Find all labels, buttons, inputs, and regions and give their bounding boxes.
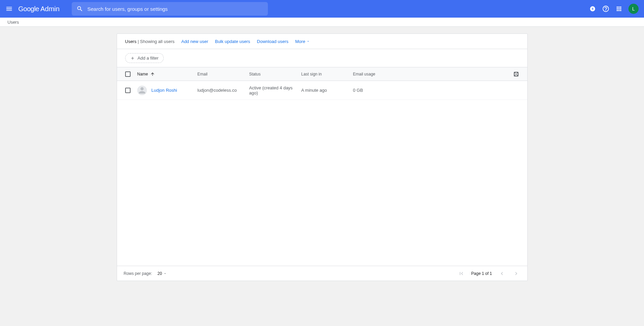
search-container[interactable]	[72, 2, 268, 16]
breadcrumb-bar: Users	[0, 18, 644, 27]
plus-icon	[130, 56, 135, 61]
header-gear-col	[511, 71, 519, 77]
status-header-label: Status	[249, 72, 261, 77]
action-title-group: Users | Showing all users	[125, 39, 175, 44]
user-status: Active (created 4 days ago)	[249, 85, 293, 95]
app-header: Google Admin 8 L	[0, 0, 644, 18]
action-bar: Users | Showing all users Add new user B…	[117, 34, 527, 49]
user-lastsignin: A minute ago	[301, 88, 327, 93]
user-avatar[interactable]: L	[628, 4, 639, 14]
help-icon[interactable]	[602, 5, 610, 13]
header-checkbox-col	[125, 71, 137, 77]
sort-ascending-icon	[150, 72, 155, 77]
first-page-button[interactable]	[457, 269, 466, 278]
user-profile-avatar	[137, 86, 147, 95]
more-dropdown[interactable]: More	[295, 39, 310, 44]
email-header-label: Email	[198, 72, 208, 77]
notification-icon[interactable]: 8	[589, 5, 596, 12]
header-emailusage-col[interactable]: Email usage	[353, 72, 511, 77]
rows-per-page-label: Rows per page:	[124, 271, 152, 276]
prev-page-button[interactable]	[498, 269, 506, 278]
header-right: 8 L	[589, 4, 639, 14]
row-checkbox-col	[125, 88, 137, 93]
row-avatar-col	[137, 86, 152, 95]
pagination: Page 1 of 1	[457, 269, 520, 278]
table-header: Name Email Status Last sign in Email usa…	[117, 67, 527, 81]
user-name-link[interactable]: Ludjon Roshi	[152, 88, 177, 93]
add-new-user-link[interactable]: Add new user	[181, 39, 208, 44]
user-email: ludjon@codeless.co	[198, 88, 237, 93]
row-email-col: ludjon@codeless.co	[198, 88, 249, 93]
search-input[interactable]	[87, 6, 263, 12]
row-checkbox[interactable]	[125, 88, 131, 93]
bulk-update-users-link[interactable]: Bulk update users	[215, 39, 250, 44]
search-icon	[76, 5, 83, 12]
breadcrumb[interactable]: Users	[7, 20, 19, 25]
svg-text:8: 8	[592, 7, 593, 10]
row-name-col: Ludjon Roshi	[152, 88, 198, 93]
header-email-col[interactable]: Email	[198, 72, 249, 77]
header-name-col[interactable]: Name	[137, 72, 198, 77]
logo-admin-text: Admin	[41, 5, 60, 13]
row-status-col: Active (created 4 days ago)	[249, 85, 301, 95]
download-users-link[interactable]: Download users	[257, 39, 289, 44]
logo-google-text: Google	[18, 5, 39, 13]
table-empty-space	[117, 100, 527, 266]
rows-per-page-select[interactable]: 20	[158, 271, 167, 276]
more-label: More	[295, 39, 305, 44]
rows-per-page-value: 20	[158, 271, 162, 276]
filter-bar: Add a filter	[117, 49, 527, 67]
add-filter-label: Add a filter	[138, 56, 159, 61]
table-row[interactable]: Ludjon Roshi ludjon@codeless.co Active (…	[117, 81, 527, 100]
next-page-button[interactable]	[512, 269, 521, 278]
users-title: Users	[125, 39, 137, 44]
name-header-label: Name	[137, 72, 148, 77]
header-status-col[interactable]: Status	[249, 72, 301, 77]
chevron-down-icon	[306, 40, 310, 43]
main-content: Users | Showing all users Add new user B…	[117, 34, 528, 281]
row-lastsignin-col: A minute ago	[301, 88, 353, 93]
app-logo[interactable]: Google Admin	[18, 5, 60, 13]
page-info: Page 1 of 1	[471, 271, 492, 276]
add-filter-button[interactable]: Add a filter	[125, 53, 164, 63]
table-footer: Rows per page: 20 Page 1 of 1	[117, 266, 527, 281]
user-emailusage: 0 GB	[353, 88, 363, 93]
header-lastsignin-col[interactable]: Last sign in	[301, 72, 353, 77]
rows-per-page: Rows per page: 20	[124, 271, 167, 276]
column-settings-icon[interactable]	[513, 71, 519, 77]
menu-icon[interactable]	[5, 5, 13, 13]
chevron-down-icon	[163, 272, 167, 275]
avatar-letter: L	[632, 6, 635, 12]
users-subtitle: | Showing all users	[138, 39, 175, 44]
row-emailusage-col: 0 GB	[353, 88, 511, 93]
select-all-checkbox[interactable]	[125, 71, 131, 77]
emailusage-header-label: Email usage	[353, 72, 375, 77]
apps-icon[interactable]	[616, 5, 622, 12]
lastsignin-header-label: Last sign in	[301, 72, 322, 77]
